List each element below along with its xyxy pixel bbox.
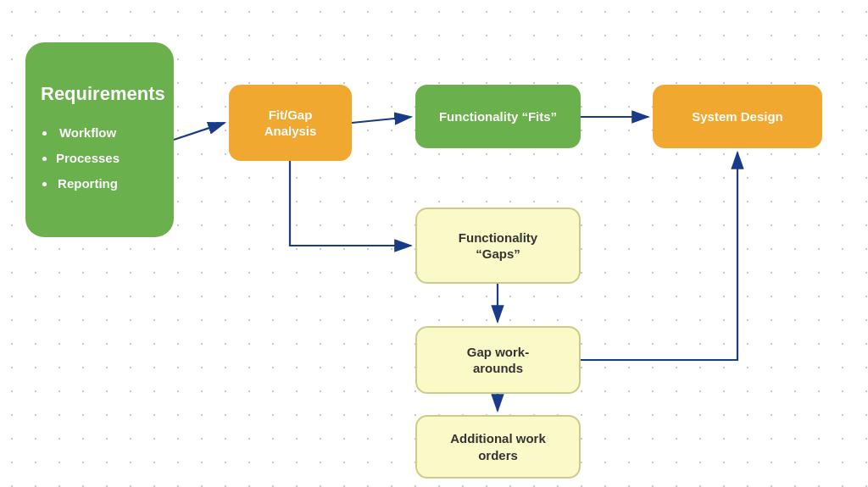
sysdesign-node: System Design <box>653 85 822 148</box>
req-item-processes: Processes <box>56 146 120 171</box>
gaps-node: Functionality“Gaps” <box>415 208 581 284</box>
fitgap-label: Fit/GapAnalysis <box>264 107 317 140</box>
workarounds-label: Gap work-arounds <box>467 344 529 377</box>
req-item-reporting: Reporting <box>56 171 120 196</box>
req-item-workflow: Workflow <box>56 120 120 146</box>
fitgap-node: Fit/GapAnalysis <box>229 85 352 161</box>
fits-node: Functionality “Fits” <box>415 85 581 148</box>
requirements-title: Requirements <box>41 83 165 105</box>
workarounds-node: Gap work-arounds <box>415 326 581 394</box>
addwork-label: Additional workorders <box>450 430 546 463</box>
requirements-list: Workflow Processes Reporting <box>41 120 120 196</box>
requirements-node: Requirements Workflow Processes Reportin… <box>25 42 174 237</box>
gaps-label: Functionality“Gaps” <box>459 230 537 263</box>
fits-label: Functionality “Fits” <box>439 108 557 125</box>
sysdesign-label: System Design <box>692 108 783 125</box>
diagram-container: Requirements Workflow Processes Reportin… <box>0 0 868 487</box>
svg-line-1 <box>174 123 225 140</box>
svg-line-2 <box>352 117 411 123</box>
addwork-node: Additional workorders <box>415 415 581 479</box>
